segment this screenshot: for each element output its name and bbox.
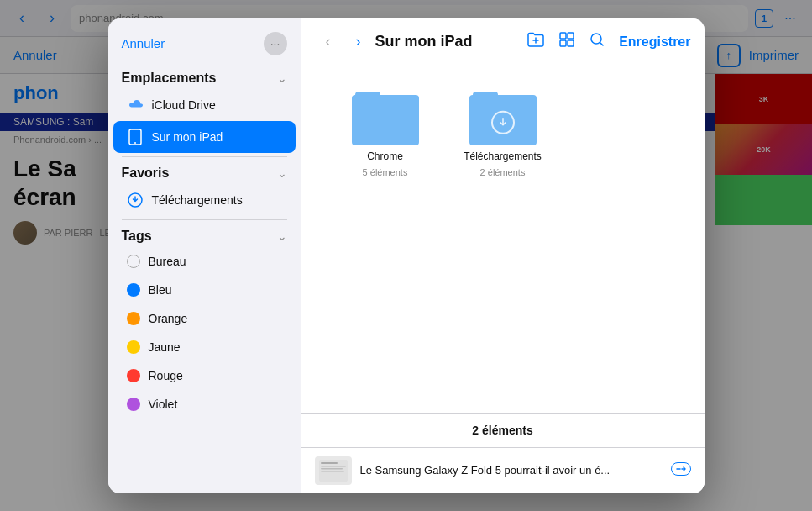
elements-count-label: 2 éléments (301, 414, 705, 447)
tag-label-violet: Violet (149, 398, 178, 411)
sidebar-cancel-button[interactable]: Annuler (122, 36, 165, 50)
svg-point-7 (591, 34, 601, 44)
download-icon (127, 192, 144, 208)
ipad-label: Sur mon iPad (152, 130, 223, 144)
sidebar: Annuler ··· Emplacements ⌄ iCloud Drive (108, 18, 301, 493)
folder-body-2 (469, 95, 537, 145)
grid-view-icon[interactable] (558, 31, 575, 52)
folder-chrome-name: Chrome (367, 150, 403, 162)
folder-body (352, 95, 419, 145)
main-location-title: Sur mon iPad (375, 33, 473, 50)
icloud-icon (127, 97, 144, 113)
save-item-description: Le Samsung Galaxy Z Fold 5 pourrait-il a… (360, 464, 663, 477)
locations-title: Emplacements (122, 71, 217, 86)
sidebar-tag-bleu[interactable]: Bleu (113, 276, 296, 304)
folder-downloads-name: Téléchargements (464, 150, 542, 162)
tag-label-bleu: Bleu (149, 283, 172, 297)
folder-downloads-count: 2 éléments (480, 167, 526, 177)
tag-label-jaune: Jaune (149, 340, 181, 354)
svg-rect-9 (321, 462, 338, 464)
favorites-section-header: Favoris ⌄ (108, 161, 301, 184)
folder-downloads-icon (469, 92, 537, 145)
favorites-title: Favoris (122, 166, 170, 181)
sidebar-divider-2 (122, 219, 287, 220)
svg-rect-13 (671, 463, 690, 476)
sidebar-item-ipad[interactable]: Sur mon iPad (113, 121, 296, 153)
tags-title: Tags (122, 229, 152, 244)
tag-dot-violet (127, 398, 140, 411)
folder-downloads[interactable]: Téléchargements 2 éléments (453, 92, 553, 177)
sidebar-header: Annuler ··· (108, 18, 301, 66)
tag-dot-orange (127, 312, 140, 325)
sidebar-item-downloads[interactable]: Téléchargements (113, 184, 296, 216)
sidebar-tag-rouge[interactable]: Rouge (113, 361, 296, 390)
svg-rect-5 (560, 40, 566, 46)
locations-section-header: Emplacements ⌄ (108, 66, 301, 89)
modal-overlay: Annuler ··· Emplacements ⌄ iCloud Drive (0, 0, 812, 511)
save-item-action-icon[interactable] (671, 461, 691, 480)
main-navigation: ‹ › Sur mon iPad (315, 29, 473, 55)
save-item-row[interactable]: Le Samsung Galaxy Z Fold 5 pourrait-il a… (301, 447, 705, 493)
file-picker-modal: Annuler ··· Emplacements ⌄ iCloud Drive (108, 18, 705, 493)
tags-chevron-icon[interactable]: ⌄ (277, 229, 287, 243)
sidebar-tag-jaune[interactable]: Jaune (113, 333, 296, 361)
sidebar-tag-bureau[interactable]: Bureau (113, 247, 296, 276)
main-forward-button[interactable]: › (345, 29, 372, 55)
sidebar-tag-orange[interactable]: Orange (113, 304, 296, 333)
folder-grid: Chrome 5 éléments (301, 66, 705, 413)
ipad-icon (127, 129, 144, 145)
sidebar-tag-violet[interactable]: Violet (113, 390, 296, 419)
favorites-chevron-icon[interactable]: ⌄ (277, 166, 287, 180)
folder-chrome[interactable]: Chrome 5 éléments (335, 92, 436, 177)
main-header: ‹ › Sur mon iPad (301, 18, 705, 66)
save-button[interactable]: Enregistrer (619, 34, 690, 50)
svg-rect-4 (568, 33, 574, 39)
tag-dot-jaune (127, 340, 140, 354)
svg-rect-6 (568, 40, 574, 46)
tag-dot-bureau (127, 255, 140, 268)
main-back-button[interactable]: ‹ (315, 29, 342, 55)
svg-rect-3 (560, 33, 566, 39)
tag-label-rouge: Rouge (149, 369, 183, 382)
svg-rect-11 (321, 468, 343, 470)
tags-section-header: Tags ⌄ (108, 224, 301, 247)
sidebar-more-button[interactable]: ··· (264, 32, 287, 55)
sidebar-divider-1 (122, 156, 287, 157)
locations-chevron-icon[interactable]: ⌄ (277, 71, 287, 85)
search-icon[interactable] (589, 31, 605, 52)
new-folder-icon[interactable] (526, 30, 545, 53)
icloud-label: iCloud Drive (152, 98, 216, 112)
folder-chrome-count: 5 éléments (363, 167, 408, 177)
svg-rect-10 (321, 466, 346, 467)
svg-point-1 (134, 142, 136, 144)
save-item-thumbnail (315, 456, 352, 485)
main-file-area: ‹ › Sur mon iPad (301, 18, 705, 493)
downloads-label: Téléchargements (152, 193, 243, 207)
svg-rect-12 (321, 471, 344, 472)
folder-download-badge (491, 110, 515, 134)
main-toolbar-actions: Enregistrer (526, 30, 690, 53)
tag-label-orange: Orange (149, 312, 188, 325)
tag-dot-rouge (127, 369, 140, 382)
sidebar-item-icloud[interactable]: iCloud Drive (113, 89, 296, 121)
tag-dot-bleu (127, 283, 140, 297)
main-footer: 2 éléments Le Samsung Galaxy Z Fold 5 po… (301, 413, 705, 493)
tag-label-bureau: Bureau (149, 255, 186, 268)
folder-chrome-icon (352, 92, 419, 145)
